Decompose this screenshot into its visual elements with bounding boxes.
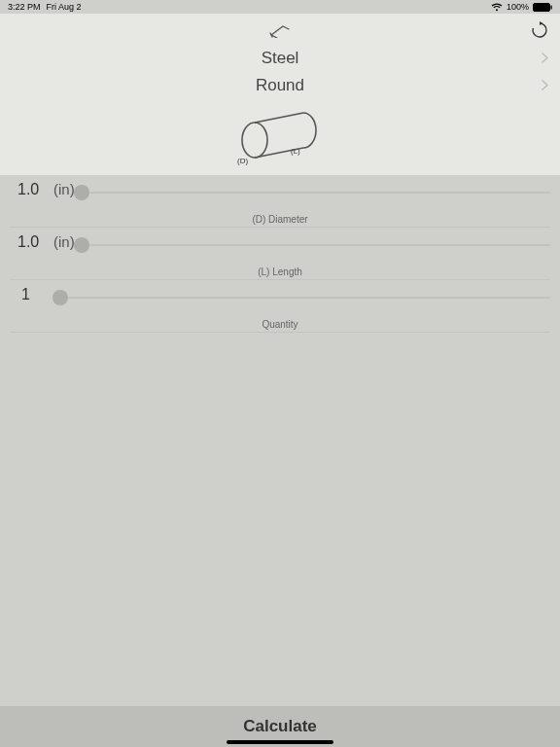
material-select[interactable]: Steel [0,45,560,72]
length-row: 1.0 (in) [0,228,560,267]
diagram-d-label: (D) [237,157,248,165]
calculate-button[interactable]: Calculate [243,717,317,736]
diagram-l-label: (L) [291,147,300,156]
chevron-right-icon [542,78,548,93]
length-slider[interactable] [74,237,550,253]
shape-select[interactable]: Round [0,72,560,99]
inputs-area: 1.0 (in) (D) Diameter 1.0 (in) (L) Lengt… [0,175,560,333]
diameter-label: (D) Diameter [0,214,560,227]
quantity-slider[interactable] [52,290,550,305]
diameter-slider[interactable] [74,185,550,200]
diameter-value[interactable]: 1.0 [18,181,39,198]
quantity-value[interactable]: 1 [21,286,30,303]
svg-point-2 [242,123,267,158]
wifi-icon [491,3,503,12]
battery-icon [533,3,552,12]
diameter-unit: (in) [53,181,75,197]
app-logo-icon [269,22,291,42]
svg-rect-0 [534,3,550,11]
length-label: (L) Length [0,267,560,279]
quantity-label: Quantity [0,319,560,332]
material-label: Steel [262,49,299,68]
status-date: Fri Aug 2 [47,2,82,12]
slider-thumb[interactable] [52,290,68,305]
bottom-bar: Calculate [0,706,560,747]
diameter-row: 1.0 (in) [0,175,560,214]
length-value[interactable]: 1.0 [18,233,39,251]
status-battery-pct: 100% [507,2,529,12]
length-unit: (in) [53,233,75,250]
refresh-button[interactable] [531,21,548,43]
header: Steel Round (D) (L) [0,14,560,175]
quantity-row: 1 [0,280,560,319]
slider-thumb[interactable] [74,185,89,200]
svg-rect-1 [551,5,552,9]
home-indicator [227,740,333,744]
status-time: 3:22 PM [8,2,41,12]
chevron-right-icon [542,51,548,66]
shape-illustration: (D) (L) [0,99,560,175]
slider-thumb[interactable] [74,237,89,253]
status-bar: 3:22 PM Fri Aug 2 100% [0,0,560,14]
shape-label: Round [256,76,304,95]
